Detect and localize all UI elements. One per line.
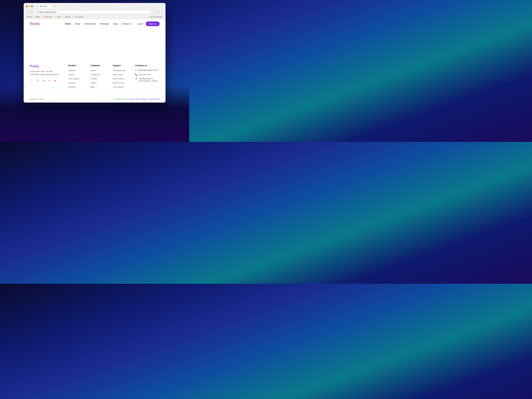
list-item: Careers	[90, 77, 107, 80]
company-culture-link[interactable]: Culture	[90, 82, 97, 84]
product-pricing-link[interactable]: Pricing	[68, 73, 74, 76]
back-button[interactable]: ‹	[26, 11, 28, 14]
facebook-icon[interactable]: f	[30, 78, 34, 82]
bookmark-work[interactable]: 📁 Work	[54, 16, 62, 18]
email-icon: ✉	[135, 69, 137, 71]
footer-bottom: Copyright © 2023 All Rights Reserved | T…	[30, 96, 160, 102]
twitter-icon[interactable]: 𝕏	[35, 78, 40, 82]
list-item: Blog	[90, 86, 107, 88]
company-blog-link[interactable]: Blog	[90, 86, 94, 88]
bookmark-lol-label: LOL Guides	[75, 16, 83, 18]
fullscreen-button[interactable]	[31, 6, 33, 7]
terms-link[interactable]: Terms and Conditions	[130, 98, 147, 100]
instagram-icon[interactable]: ◎	[41, 78, 45, 82]
footer-product-col: Product Features Pricing Case studies Re…	[68, 64, 85, 90]
website-content: Travly Home About Destinations Packages …	[24, 19, 165, 102]
company-contact-link[interactable]: Contact us	[90, 73, 100, 76]
tab-close-icon[interactable]: ×	[50, 6, 51, 7]
product-reviews-link[interactable]: Reviews	[68, 82, 76, 84]
product-updates-link[interactable]: Updates	[68, 86, 75, 88]
bookmark-inspirations[interactable]: 📁 Inspirations	[42, 16, 54, 18]
company-careers-link[interactable]: Careers	[90, 78, 97, 80]
nav-buttons: ‹ › ↻	[26, 11, 33, 14]
phone-icon: 📞	[135, 73, 138, 76]
footer-logo[interactable]: Travly	[30, 64, 62, 68]
list-item: Report a bug	[113, 82, 129, 84]
linkedin-icon[interactable]: in	[47, 78, 51, 82]
site-logo[interactable]: Travly	[30, 22, 40, 26]
company-about-link[interactable]: About	[90, 69, 95, 71]
location-icon: 📍	[135, 78, 138, 80]
browser-titlebar: New Tab × +	[26, 4, 164, 8]
legal-prefix: All Rights Reserved |	[113, 98, 130, 100]
bookmark-blogs[interactable]: 📁 Blogs	[33, 16, 41, 18]
forward-button[interactable]: ›	[28, 11, 30, 14]
product-heading: Product	[68, 64, 85, 67]
nav-blog[interactable]: Blog	[113, 23, 117, 25]
tab-favicon	[36, 5, 38, 7]
contact-address: 📍 794 Mcallister StSan Francisco, 94102	[135, 78, 160, 82]
toolbar-actions: ☆ ⬜ ⋮	[152, 11, 164, 14]
refresh-button[interactable]: ↻	[31, 11, 33, 14]
signup-button[interactable]: Sign Up	[146, 21, 160, 26]
list-item: Case studies	[68, 77, 85, 80]
support-getting-started-link[interactable]: Getting started	[113, 69, 125, 71]
login-button[interactable]: Log In	[138, 23, 143, 25]
hero-area	[24, 29, 165, 58]
footer-main: Travly Lorem ipsum dolor sit amet consec…	[30, 64, 160, 96]
memes-folder-icon: 📁	[63, 16, 65, 18]
other-bookmarks[interactable]: 📁 Other Bookmarks	[147, 16, 164, 18]
bookmark-star-icon[interactable]: ☆	[152, 11, 155, 14]
support-links: Getting started Help center Server statu…	[113, 69, 129, 88]
bookmark-memes[interactable]: 📁 Memes	[62, 16, 71, 18]
contact-email-text: contact@company.com	[138, 69, 158, 71]
address-bar[interactable]: 🔒 https://www.travly.com	[35, 10, 151, 14]
blogs-folder-icon: 📁	[34, 16, 36, 18]
list-item: Reviews	[68, 82, 85, 84]
work-folder-icon: 📁	[55, 16, 57, 18]
nav-packages[interactable]: Packages	[100, 23, 109, 25]
bookmark-lol-guides[interactable]: 📁 LOL Guides	[72, 16, 84, 18]
support-server-status-link[interactable]: Server status	[113, 78, 124, 80]
product-features-link[interactable]: Features	[68, 69, 76, 71]
footer-brand: Travly Lorem ipsum dolor sit amet consec…	[30, 64, 62, 90]
footer-description: Lorem ipsum dolor sit amet consectetur a…	[30, 70, 62, 76]
list-item: Help center	[113, 73, 129, 76]
other-bookmarks-icon: 📁	[148, 16, 149, 18]
minimize-button[interactable]	[28, 6, 30, 7]
bookmark-apps[interactable]: ⊞ Apps	[26, 16, 33, 18]
nav-contact[interactable]: Contact Us	[121, 23, 132, 25]
site-footer: Travly Lorem ipsum dolor sit amet consec…	[24, 58, 165, 102]
list-item: Getting started	[113, 69, 129, 72]
close-button[interactable]	[26, 6, 27, 7]
support-help-center-link[interactable]: Help center	[113, 73, 122, 76]
nav-destinations[interactable]: Destinations	[84, 23, 96, 25]
nav-actions: Log In Sign Up	[138, 21, 160, 26]
contact-phone-text: (xx) xxxx-xxxx	[139, 73, 151, 76]
nav-about[interactable]: About	[75, 23, 80, 25]
support-report-bug-link[interactable]: Report a bug	[113, 82, 124, 84]
list-item: Features	[68, 69, 85, 72]
browser-window: New Tab × + ‹ › ↻ 🔒 https://www.travly.c…	[24, 3, 165, 102]
nav-links: Home About Destinations Packages Blog Co…	[65, 23, 132, 25]
company-links: About Contact us Careers Culture Blog	[90, 69, 107, 88]
support-chat-link[interactable]: Chat support	[113, 86, 124, 88]
list-item: About	[90, 69, 107, 72]
nav-home[interactable]: Home	[65, 23, 71, 25]
new-tab-button[interactable]: +	[52, 4, 56, 8]
apps-grid-icon: ⊞	[27, 16, 28, 18]
browser-chrome: New Tab × + ‹ › ↻ 🔒 https://www.travly.c…	[24, 3, 165, 19]
product-case-studies-link[interactable]: Case studies	[68, 78, 79, 80]
browser-tab[interactable]: New Tab ×	[35, 4, 52, 8]
youtube-icon[interactable]: ▶	[53, 78, 57, 82]
privacy-link[interactable]: Privacy Policy	[149, 98, 160, 100]
bookmark-blogs-label: Blogs	[36, 16, 40, 18]
footer-company-col: Company About Contact us Careers Culture…	[90, 64, 107, 90]
contacts-heading: Contacts us	[135, 64, 160, 67]
product-links: Features Pricing Case studies Reviews Up…	[68, 69, 85, 88]
list-item: Contact us	[90, 73, 107, 76]
contact-phone: 📞 (xx) xxxx-xxxx	[135, 73, 160, 76]
lol-folder-icon: 📁	[73, 16, 74, 18]
extensions-icon[interactable]: ⬜	[156, 11, 160, 14]
menu-icon[interactable]: ⋮	[160, 11, 164, 14]
